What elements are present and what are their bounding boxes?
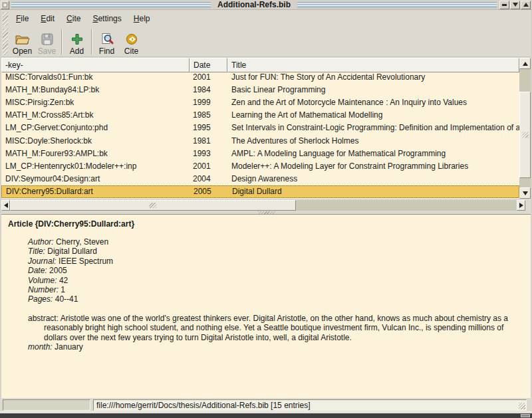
menu-cite[interactable]: Cite bbox=[61, 11, 86, 27]
column-header-key[interactable]: -key- bbox=[1, 58, 190, 72]
row-date: 1984 bbox=[190, 85, 227, 94]
field-value: IEEE Spectrum bbox=[59, 257, 113, 266]
table-row[interactable]: MISC:Pirsig:Zen:bk 1999 Zen and the Art … bbox=[1, 96, 519, 108]
cite-button[interactable]: Cite bbox=[119, 27, 144, 56]
open-button[interactable]: Open bbox=[10, 27, 35, 56]
scroll-right-button[interactable] bbox=[517, 200, 525, 211]
magnifier-document-icon bbox=[100, 32, 114, 47]
toolbar-separator bbox=[91, 29, 92, 54]
menu-file[interactable]: File bbox=[10, 11, 35, 27]
field-label: abstract: bbox=[28, 314, 59, 323]
field-month: month: January bbox=[28, 342, 512, 352]
table-row[interactable]: MATH_M:Fourer93:AMPL:bk 1993 AMPL: A Mod… bbox=[1, 147, 519, 159]
field-label: Number: bbox=[28, 285, 59, 294]
toolbar-separator bbox=[61, 29, 63, 54]
window-border-bottom bbox=[0, 413, 532, 418]
add-button[interactable]: Add bbox=[65, 27, 89, 56]
field-label: Volume: bbox=[28, 276, 57, 285]
arrow-down-icon bbox=[523, 191, 528, 195]
field-label: Date: bbox=[28, 266, 47, 275]
menubar: File Edit Cite Settings Help bbox=[1, 11, 531, 27]
row-date: 2001 bbox=[190, 72, 227, 82]
field-value: 1 bbox=[61, 285, 65, 294]
row-key: DIV:Cherry95:Dullard:art bbox=[2, 187, 190, 196]
window-resize-handle[interactable] bbox=[521, 414, 530, 417]
row-key: MATH_M:Bunday84:LP:bk bbox=[1, 85, 190, 94]
arrow-left-icon bbox=[4, 203, 8, 208]
titlebar-stripes-right bbox=[297, 2, 497, 8]
field-value: January bbox=[55, 342, 83, 352]
table-row[interactable]: MATH_M:Bunday84:LP:bk 1984 Basic Linear … bbox=[1, 83, 519, 96]
row-date: 1993 bbox=[190, 149, 227, 158]
row-title: Zen and the Art of Motorcycle Maintenanc… bbox=[227, 98, 519, 107]
list-rows: MISC:Torvalds01:Fun:bk 2001 Just for FUN… bbox=[1, 72, 519, 199]
maximize-button[interactable] bbox=[510, 1, 520, 9]
list-header: -key- Date Title bbox=[1, 58, 519, 72]
menubar-drag-handle[interactable] bbox=[3, 12, 8, 26]
horizontal-scrollbar-thumb[interactable] bbox=[10, 200, 296, 211]
row-title: Set Intervals in Constraint-Logic Progra… bbox=[227, 123, 519, 132]
row-title: Modeler++: A Modeling Layer for Constrai… bbox=[227, 161, 519, 171]
statusbar: file:///home/gerrit/Docs/thesis/Addition… bbox=[0, 398, 532, 412]
open-label: Open bbox=[13, 47, 32, 56]
table-row[interactable]: LM_CP:Hentenryck01:Modeler++:inp 2001 Mo… bbox=[1, 159, 519, 172]
field-label: Title: bbox=[28, 247, 45, 256]
window-menu-button[interactable] bbox=[1, 1, 9, 9]
vertical-scrollbar-thumb[interactable] bbox=[519, 92, 531, 178]
column-header-title[interactable]: Title bbox=[227, 58, 519, 72]
horizontal-scrollbar[interactable] bbox=[1, 200, 525, 211]
field-value: Digital Dullard bbox=[47, 247, 97, 256]
field-label: Journal: bbox=[28, 257, 57, 266]
table-row[interactable]: LM_CP:Gervet:Conjunto:phd 1995 Set Inter… bbox=[1, 122, 519, 134]
toolbar-drag-handle[interactable] bbox=[3, 29, 8, 55]
row-date: 1981 bbox=[190, 136, 227, 146]
scroll-down-button[interactable] bbox=[519, 187, 531, 199]
arrow-right-icon bbox=[519, 203, 523, 208]
field-number: Number: 1 bbox=[28, 285, 512, 294]
save-label: Save bbox=[38, 47, 56, 56]
vertical-scrollbar[interactable] bbox=[519, 58, 531, 199]
resize-grip-icon[interactable] bbox=[519, 403, 525, 409]
field-value: Cherry, Steven bbox=[56, 237, 108, 247]
row-key: MISC:Doyle:Sherlock:bk bbox=[1, 136, 190, 146]
row-date: 2001 bbox=[190, 161, 227, 171]
row-title: Learning the Art of Mathematical Modelli… bbox=[227, 110, 519, 120]
table-row[interactable]: MISC:Doyle:Sherlock:bk 1981 The Adventur… bbox=[1, 134, 519, 147]
menu-settings[interactable]: Settings bbox=[86, 11, 127, 27]
find-button[interactable]: Find bbox=[94, 27, 119, 56]
scroll-up-button[interactable] bbox=[519, 58, 531, 69]
row-date: 1999 bbox=[190, 98, 227, 107]
table-row[interactable]: MISC:Torvalds01:Fun:bk 2001 Just for FUN… bbox=[1, 72, 519, 83]
shade-button[interactable] bbox=[521, 1, 531, 9]
folder-open-icon bbox=[15, 32, 30, 47]
field-title: Title: Digital Dullard bbox=[28, 247, 512, 256]
scroll-left-button[interactable] bbox=[1, 200, 10, 211]
row-title: Digital Dullard bbox=[228, 187, 519, 196]
menu-help[interactable]: Help bbox=[128, 11, 156, 27]
toolbar: Open Save Add bbox=[1, 27, 531, 57]
table-row-selected[interactable]: DIV:Cherry95:Dullard:art 2005 Digital Du… bbox=[1, 185, 519, 198]
field-pages: Pages: 40--41 bbox=[28, 294, 512, 304]
reference-list: -key- Date Title MISC:Torvalds01:Fun:bk … bbox=[1, 58, 519, 199]
column-header-date[interactable]: Date bbox=[190, 58, 227, 72]
statusbar-progress-box bbox=[3, 399, 90, 411]
row-date: 2004 bbox=[190, 174, 227, 183]
save-button[interactable]: Save bbox=[35, 27, 59, 56]
arrow-up-icon bbox=[523, 3, 529, 7]
row-key: MISC:Torvalds01:Fun:bk bbox=[1, 72, 190, 82]
field-journal: Journal: IEEE Spectrum bbox=[28, 257, 512, 266]
row-key: LM_CP:Gervet:Conjunto:phd bbox=[1, 123, 190, 132]
table-row[interactable]: DIV:Seymour04:Design:art 2004 Design Awa… bbox=[1, 173, 519, 185]
titlebar-stripes-left bbox=[11, 2, 211, 8]
table-row[interactable]: MATH_M:Cross85:Art:bk 1985 Learning the … bbox=[1, 109, 519, 122]
row-date: 1995 bbox=[190, 123, 227, 132]
minimize-button[interactable] bbox=[499, 1, 509, 9]
field-abstract: abstract: Aristotle was one of the world… bbox=[28, 314, 512, 342]
row-key: MATH_M:Cross85:Art:bk bbox=[1, 110, 190, 120]
field-date: Date: 2005 bbox=[28, 266, 512, 275]
row-title: Basic Linear Programming bbox=[227, 85, 519, 94]
cite-label: Cite bbox=[124, 47, 138, 56]
cite-coin-icon bbox=[124, 32, 139, 47]
menu-edit[interactable]: Edit bbox=[35, 11, 61, 27]
field-label: month: bbox=[28, 342, 53, 352]
